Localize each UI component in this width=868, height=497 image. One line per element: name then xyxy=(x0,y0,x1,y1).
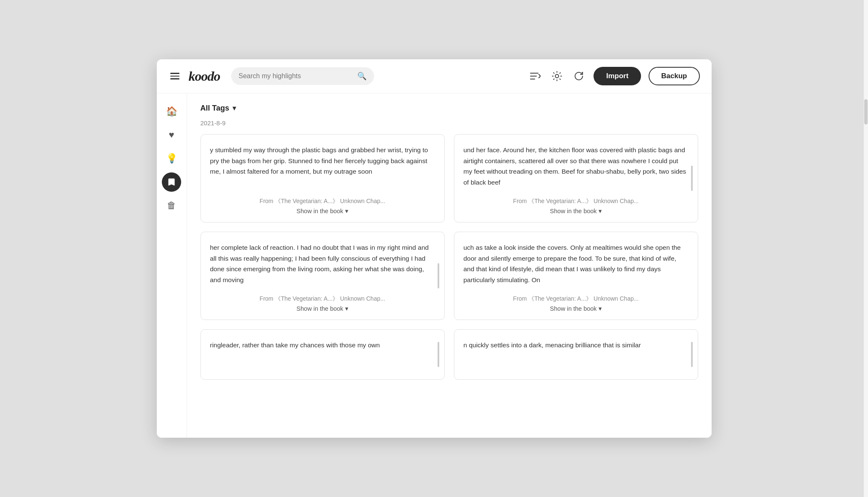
highlight-card-6: n quickly settles into a dark, menacing … xyxy=(454,329,698,380)
card-source-4: From 《The Vegetarian: A...》 Unknown Chap… xyxy=(513,295,639,303)
card-footer-2: From 《The Vegetarian: A...》 Unknown Chap… xyxy=(464,198,689,214)
logo: koodo xyxy=(189,69,220,84)
backup-button[interactable]: Backup xyxy=(649,67,699,85)
show-in-book-4[interactable]: Show in the book ▾ xyxy=(550,305,602,312)
sidebar-item-favorites[interactable]: ♥ xyxy=(162,125,181,145)
search-input[interactable] xyxy=(239,72,353,80)
filter-label: All Tags xyxy=(201,104,230,113)
sidebar-item-home[interactable]: 🏠 xyxy=(162,102,181,121)
show-in-book-2[interactable]: Show in the book ▾ xyxy=(550,208,602,214)
search-bar[interactable]: 🔍 xyxy=(231,67,374,85)
sort-icon[interactable] xyxy=(528,70,542,82)
svg-point-3 xyxy=(555,74,559,78)
header-actions: Import Backup xyxy=(528,67,699,85)
card-text-5: ringleader, rather than take my chances … xyxy=(210,340,435,372)
header: koodo 🔍 xyxy=(157,59,712,93)
highlight-card-4: uch as take a look inside the covers. On… xyxy=(454,232,698,320)
scroll-indicator-6 xyxy=(691,342,693,367)
filter-chevron-icon[interactable]: ▾ xyxy=(232,103,236,113)
settings-icon[interactable] xyxy=(550,69,564,83)
card-footer-3: From 《The Vegetarian: A...》 Unknown Chap… xyxy=(210,295,435,312)
card-text-4: uch as take a look inside the covers. On… xyxy=(464,242,689,288)
card-footer-1: From 《The Vegetarian: A...》 Unknown Chap… xyxy=(210,198,435,214)
show-in-book-3[interactable]: Show in the book ▾ xyxy=(296,305,348,312)
highlight-card-2: und her face. Around her, the kitchen fl… xyxy=(454,134,698,222)
card-text-3: her complete lack of reaction. I had no … xyxy=(210,242,435,288)
card-source-2: From 《The Vegetarian: A...》 Unknown Chap… xyxy=(513,198,639,205)
card-source-1: From 《The Vegetarian: A...》 Unknown Chap… xyxy=(260,198,385,205)
highlight-card-5: ringleader, rather than take my chances … xyxy=(201,329,445,380)
filter-row: All Tags ▾ xyxy=(201,103,698,113)
scroll-indicator-2 xyxy=(691,166,693,191)
card-text-6: n quickly settles into a dark, menacing … xyxy=(464,340,689,372)
main-content: All Tags ▾ 2021-8-9 y stumbled my way th… xyxy=(187,93,712,438)
search-icon: 🔍 xyxy=(357,71,367,81)
card-text-1: y stumbled my way through the plastic ba… xyxy=(210,145,435,190)
cards-grid-2: her complete lack of reaction. I had no … xyxy=(201,232,698,320)
sidebar-item-trash[interactable]: 🗑 xyxy=(162,196,181,215)
card-footer-4: From 《The Vegetarian: A...》 Unknown Chap… xyxy=(464,295,689,312)
card-text-2: und her face. Around her, the kitchen fl… xyxy=(464,145,689,190)
highlight-card-3: her complete lack of reaction. I had no … xyxy=(201,232,445,320)
cards-grid-3: ringleader, rather than take my chances … xyxy=(201,329,698,380)
cards-grid-1: y stumbled my way through the plastic ba… xyxy=(201,134,698,222)
card-source-3: From 《The Vegetarian: A...》 Unknown Chap… xyxy=(260,295,385,303)
scroll-indicator-5 xyxy=(438,342,439,367)
refresh-icon[interactable] xyxy=(572,69,586,83)
sidebar-item-bookmarks[interactable] xyxy=(162,172,181,192)
show-in-book-1[interactable]: Show in the book ▾ xyxy=(296,208,348,214)
import-button[interactable]: Import xyxy=(594,67,641,85)
highlight-card-1: y stumbled my way through the plastic ba… xyxy=(201,134,445,222)
body: 🏠 ♥ 💡 🗑 All Tags ▾ 2021-8-9 y stumbled m… xyxy=(157,93,712,438)
app-window: koodo 🔍 xyxy=(157,59,712,438)
date-label: 2021-8-9 xyxy=(201,119,698,127)
menu-icon[interactable] xyxy=(169,71,181,81)
scroll-indicator-3 xyxy=(438,263,439,288)
sidebar: 🏠 ♥ 💡 🗑 xyxy=(157,93,187,438)
sidebar-item-ideas[interactable]: 💡 xyxy=(162,149,181,168)
